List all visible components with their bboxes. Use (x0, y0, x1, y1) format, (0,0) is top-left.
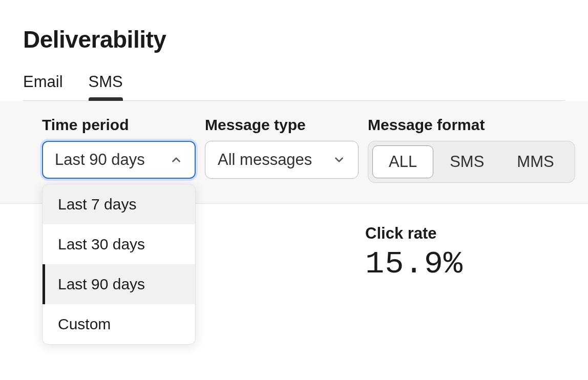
tab-sms[interactable]: SMS (89, 73, 123, 100)
metric-click-rate: Click rate 15.9% (365, 224, 463, 282)
tab-email[interactable]: Email (23, 73, 63, 100)
time-period-filter: Time period Last 90 days Last 7 days Las… (42, 116, 196, 179)
time-period-menu: Last 7 days Last 30 days Last 90 days Cu… (42, 184, 196, 345)
segment-sms[interactable]: SMS (433, 145, 500, 178)
metric-click-rate-value: 15.9% (365, 246, 463, 282)
filters-bar: Time period Last 90 days Last 7 days Las… (0, 101, 588, 204)
segment-mms[interactable]: MMS (500, 145, 570, 178)
time-period-label: Time period (42, 116, 196, 134)
page-title: Deliverability (23, 26, 565, 53)
message-type-filter: Message type All messages (205, 116, 359, 179)
segment-all[interactable]: ALL (372, 145, 433, 178)
message-format-label: Message format (368, 116, 575, 134)
metric-click-rate-label: Click rate (365, 224, 463, 243)
chevron-up-icon (170, 153, 183, 166)
message-type-dropdown[interactable]: All messages (205, 141, 359, 179)
time-period-option-7days[interactable]: Last 7 days (43, 184, 195, 224)
time-period-option-30days[interactable]: Last 30 days (43, 224, 195, 264)
tabs: Email SMS (23, 73, 565, 101)
time-period-dropdown[interactable]: Last 90 days (42, 141, 196, 179)
chevron-down-icon (332, 153, 346, 166)
time-period-selected: Last 90 days (55, 151, 145, 169)
message-type-selected: All messages (218, 151, 312, 169)
message-format-filter: Message format ALL SMS MMS (368, 116, 575, 183)
message-type-label: Message type (205, 116, 359, 134)
time-period-option-custom[interactable]: Custom (43, 304, 195, 344)
message-format-segmented: ALL SMS MMS (368, 141, 575, 183)
time-period-option-90days[interactable]: Last 90 days (43, 264, 195, 304)
